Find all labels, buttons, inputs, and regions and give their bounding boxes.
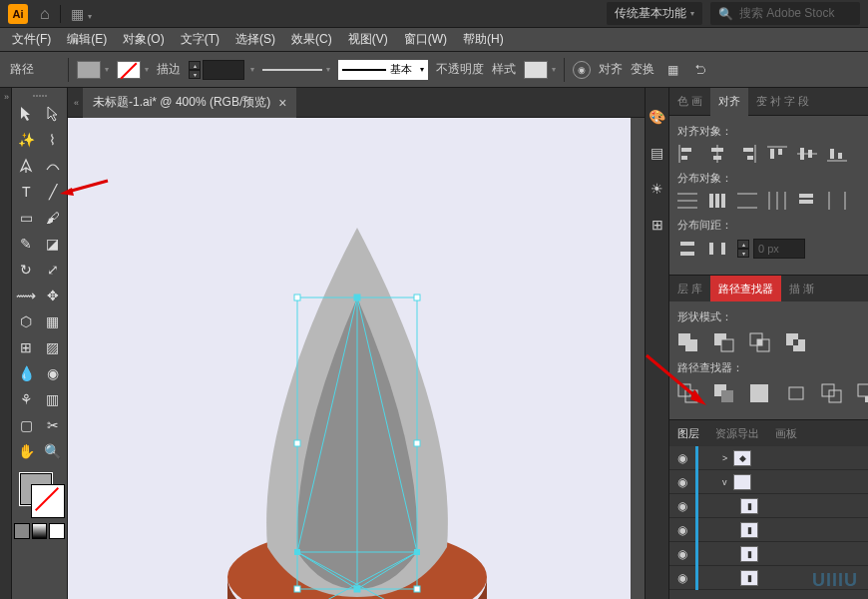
blend-tool[interactable]: ◉ [41,361,66,385]
trim-icon[interactable] [713,383,735,403]
workspace-switcher[interactable]: 传统基本功能 ▾ [607,2,702,25]
merge-icon[interactable] [749,383,771,403]
swatches-panel-icon[interactable]: ▤ [649,144,666,162]
twisty-icon[interactable]: > [722,453,727,463]
menu-help[interactable]: 帮助(H) [457,29,510,50]
align-link[interactable]: 对齐 [599,61,623,78]
collapse-panels-icon[interactable]: « [68,98,83,108]
eyedropper-tool[interactable]: 💧 [14,361,39,385]
align-hcenter[interactable] [707,145,727,163]
isolate-icon[interactable]: ▦ [662,60,682,80]
shape-builder-tool[interactable]: ⬡ [14,309,39,333]
eraser-tool[interactable]: ◪ [41,232,66,256]
align-bottom[interactable] [827,145,847,163]
dist-top[interactable] [677,192,697,210]
dist-space-v[interactable] [677,240,697,258]
visibility-icon[interactable]: ◉ [675,571,689,585]
artboard-tool[interactable]: ▢ [14,413,39,437]
panel-tab-assets[interactable]: 资源导出 [707,420,767,446]
canvas[interactable] [68,118,645,599]
mesh-tool[interactable]: ⊞ [14,335,39,359]
panel-tab-artboards[interactable]: 画板 [767,420,805,446]
free-transform-tool[interactable]: ✥ [41,284,66,307]
menu-effect[interactable]: 效果(C) [285,29,338,50]
panel-tab-color[interactable]: 色 画 [669,88,710,116]
direct-selection-tool[interactable] [41,102,66,126]
menu-edit[interactable]: 编辑(E) [61,29,113,50]
intersect-icon[interactable] [749,332,771,352]
color-mode-none[interactable] [49,523,65,539]
search-input[interactable]: 🔍 搜索 Adobe Stock [710,2,860,25]
shaper-tool[interactable]: ✎ [14,232,39,256]
panel-tab-stroke[interactable]: 描 渐 [781,276,822,301]
scrollbar-vertical[interactable] [631,118,645,599]
align-right[interactable] [737,145,757,163]
dist-bottom[interactable] [737,192,757,210]
width-tool[interactable]: ⟿ [14,284,39,307]
layer-row[interactable]: ◉ v [669,470,868,494]
edit-icon[interactable]: ⮌ [690,60,710,80]
menu-file[interactable]: 文件(F) [6,29,57,50]
perspective-tool[interactable]: ▦ [41,309,66,333]
layer-row[interactable]: ◉ ▮ [669,518,868,542]
stroke-swatch[interactable]: ▾ [117,61,149,79]
menu-select[interactable]: 选择(S) [229,29,281,50]
align-vcenter[interactable] [797,145,817,163]
panel-tab-pathfinder[interactable]: 路径查找器 [710,276,781,301]
visibility-icon[interactable]: ◉ [675,499,689,513]
hand-tool[interactable]: ✋ [14,439,39,463]
type-tool[interactable]: T [14,180,39,204]
transform-link[interactable]: 变换 [631,61,654,78]
gradient-tool[interactable]: ▨ [41,335,66,359]
stroke-weight[interactable]: ▴▾ ▾ [189,60,254,80]
visibility-icon[interactable]: ◉ [675,451,689,465]
visibility-icon[interactable]: ◉ [675,475,689,489]
zoom-tool[interactable]: 🔍 [41,439,66,463]
rectangle-tool[interactable]: ▭ [14,206,39,230]
brushes-panel-icon[interactable]: ☀ [649,180,666,198]
layer-row[interactable]: ◉ ▮ [669,494,868,518]
panel-tab-layers2[interactable]: 图层 [669,420,707,446]
symbols-panel-icon[interactable]: ⊞ [649,216,666,234]
line-tool[interactable]: ╱ [41,180,66,204]
visibility-icon[interactable]: ◉ [675,547,689,561]
dist-left[interactable] [767,192,787,210]
graph-tool[interactable]: ▥ [41,387,66,411]
dist-right[interactable] [827,192,847,210]
panel-tab-layers[interactable]: 层 库 [669,276,710,301]
spacing-input[interactable]: ▴▾ 0 px [737,239,805,259]
arrange-documents-icon[interactable]: ▦▾ [71,6,92,22]
stroke-profile[interactable]: ▾ [262,65,330,74]
color-mode-normal[interactable] [14,523,30,539]
unite-icon[interactable] [677,332,699,352]
magic-wand-tool[interactable]: ✨ [14,128,39,152]
slice-tool[interactable]: ✂ [41,413,66,437]
dist-space-h[interactable] [707,240,727,258]
collapse-dock-icon[interactable]: » [4,92,7,102]
menu-type[interactable]: 文字(T) [175,29,225,50]
menu-object[interactable]: 对象(O) [117,29,170,50]
pen-tool[interactable] [14,154,39,178]
align-left[interactable] [677,145,697,163]
symbol-sprayer-tool[interactable]: ⚘ [14,387,39,411]
rotate-tool[interactable]: ↻ [14,258,39,282]
document-tab[interactable]: 未标题-1.ai* @ 400% (RGB/预览) × [83,88,296,118]
curvature-tool[interactable] [41,154,66,178]
outline-icon[interactable] [821,383,843,403]
color-mode-gradient[interactable] [32,523,48,539]
home-icon[interactable]: ⌂ [40,5,50,23]
dist-hcenter[interactable] [797,192,817,210]
layer-row[interactable]: ◉ ▮ [669,542,868,566]
exclude-icon[interactable] [785,332,807,352]
paintbrush-tool[interactable]: 🖌 [41,206,66,230]
color-panel-icon[interactable]: 🎨 [649,108,666,126]
dist-vcenter[interactable] [707,192,727,210]
visibility-icon[interactable]: ◉ [675,523,689,537]
recolor-icon[interactable]: ◉ [573,61,591,79]
color-picker[interactable] [14,473,65,517]
align-top[interactable] [767,145,787,163]
crop-icon[interactable] [785,383,807,403]
panel-tab-align[interactable]: 对齐 [710,88,748,116]
minus-front-icon[interactable] [713,332,735,352]
style-swatch[interactable]: ▾ [524,61,556,79]
